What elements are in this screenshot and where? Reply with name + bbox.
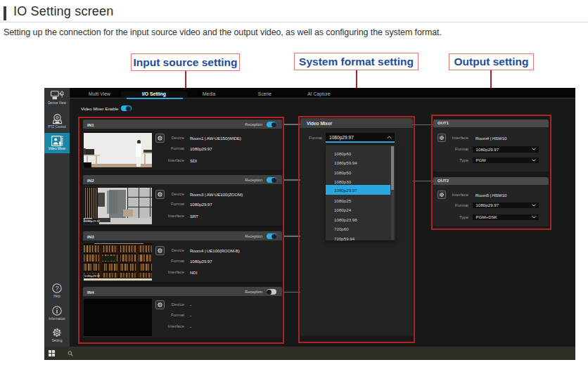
svg-text:?: ? [56, 285, 59, 292]
